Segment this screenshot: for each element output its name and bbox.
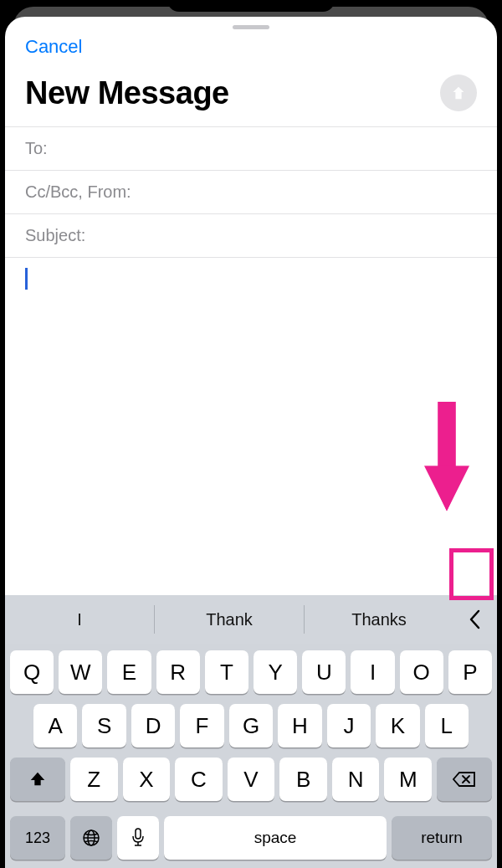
- return-key[interactable]: return: [392, 816, 492, 860]
- suggestion-1[interactable]: I: [5, 595, 154, 644]
- key-f[interactable]: F: [180, 704, 223, 747]
- key-i[interactable]: I: [351, 650, 394, 694]
- key-p[interactable]: P: [448, 650, 492, 694]
- ccbcc-field[interactable]: Cc/Bcc, From:: [5, 171, 497, 214]
- annotation-arrow: [417, 392, 477, 521]
- suggestion-2[interactable]: Thank: [155, 595, 304, 644]
- key-j[interactable]: J: [327, 704, 371, 747]
- keyboard: I Thank Thanks Q W E R T Y U I O: [5, 595, 497, 868]
- sheet-grabber[interactable]: [233, 25, 269, 29]
- key-row-1: Q W E R T Y U I O P: [10, 650, 492, 694]
- key-y[interactable]: Y: [254, 650, 297, 694]
- annotation-highlight: [449, 548, 494, 600]
- svg-rect-6: [438, 402, 456, 474]
- backspace-icon: [453, 771, 476, 788]
- key-v[interactable]: V: [228, 758, 275, 801]
- arrow-up-icon: [449, 84, 468, 102]
- key-h[interactable]: H: [278, 704, 321, 747]
- key-row-bottom: 123 space return: [5, 816, 497, 868]
- key-u[interactable]: U: [302, 650, 346, 694]
- key-l[interactable]: L: [425, 704, 469, 747]
- key-b[interactable]: B: [279, 758, 327, 801]
- key-o[interactable]: O: [400, 650, 443, 694]
- microphone-icon: [131, 828, 145, 848]
- key-r[interactable]: R: [156, 650, 200, 694]
- key-x[interactable]: X: [123, 758, 171, 801]
- key-row-3: Z X C V B N M: [10, 758, 492, 801]
- key-z[interactable]: Z: [70, 758, 118, 801]
- subject-field[interactable]: Subject:: [5, 214, 497, 258]
- shift-key[interactable]: [10, 758, 65, 801]
- key-a[interactable]: A: [33, 704, 77, 747]
- space-key[interactable]: space: [164, 816, 387, 860]
- key-t[interactable]: T: [205, 650, 248, 694]
- dictation-key[interactable]: [117, 816, 159, 860]
- suggestion-3[interactable]: Thanks: [305, 595, 453, 644]
- key-e[interactable]: E: [107, 650, 151, 694]
- key-w[interactable]: W: [59, 650, 102, 694]
- key-s[interactable]: S: [82, 704, 126, 747]
- chevron-left-icon: [468, 608, 483, 631]
- key-c[interactable]: C: [175, 758, 223, 801]
- to-field[interactable]: To:: [5, 126, 497, 171]
- cancel-button[interactable]: Cancel: [25, 36, 82, 58]
- backspace-key[interactable]: [437, 758, 492, 801]
- key-k[interactable]: K: [376, 704, 419, 747]
- key-d[interactable]: D: [131, 704, 175, 747]
- key-row-2: A S D F G H J K L: [10, 704, 492, 747]
- key-n[interactable]: N: [332, 758, 380, 801]
- svg-rect-3: [136, 829, 141, 839]
- key-g[interactable]: G: [229, 704, 273, 747]
- send-button[interactable]: [440, 74, 477, 111]
- shift-icon: [28, 770, 47, 788]
- key-q[interactable]: Q: [10, 650, 54, 694]
- globe-icon: [81, 828, 101, 848]
- expand-suggestions-button[interactable]: [453, 595, 497, 644]
- page-title: New Message: [25, 75, 229, 111]
- numeric-key[interactable]: 123: [10, 816, 65, 860]
- key-m[interactable]: M: [384, 758, 432, 801]
- suggestion-bar: I Thank Thanks: [5, 595, 497, 644]
- text-cursor: [25, 268, 28, 290]
- globe-key[interactable]: [70, 816, 112, 860]
